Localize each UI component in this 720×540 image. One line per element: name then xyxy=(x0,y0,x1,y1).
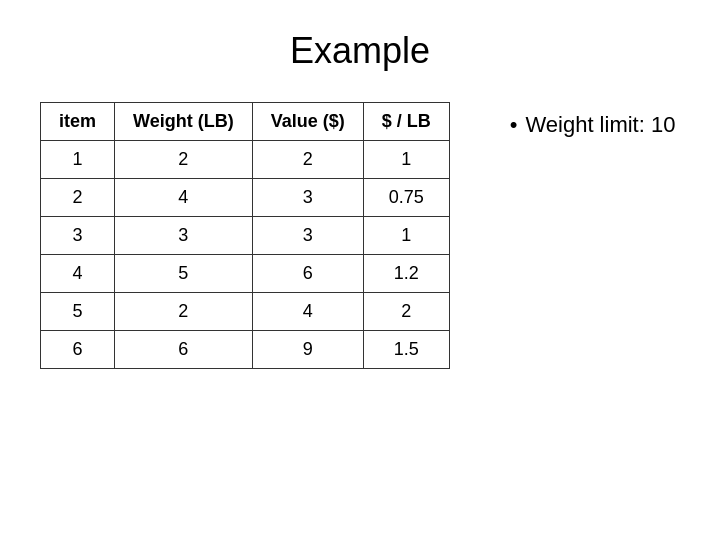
cell-r0-c3: 1 xyxy=(363,141,449,179)
cell-r0-c2: 2 xyxy=(252,141,363,179)
cell-r3-c1: 5 xyxy=(115,255,253,293)
cell-r0-c0: 1 xyxy=(41,141,115,179)
data-table: itemWeight (LB)Value ($)$ / LB 12212430.… xyxy=(40,102,450,369)
cell-r3-c0: 4 xyxy=(41,255,115,293)
col-header-0: item xyxy=(41,103,115,141)
cell-r2-c3: 1 xyxy=(363,217,449,255)
cell-r1-c3: 0.75 xyxy=(363,179,449,217)
col-header-1: Weight (LB) xyxy=(115,103,253,141)
cell-r2-c1: 3 xyxy=(115,217,253,255)
cell-r2-c2: 3 xyxy=(252,217,363,255)
cell-r1-c1: 4 xyxy=(115,179,253,217)
col-header-2: Value ($) xyxy=(252,103,363,141)
cell-r2-c0: 3 xyxy=(41,217,115,255)
table-row: 6691.5 xyxy=(41,331,450,369)
main-content: itemWeight (LB)Value ($)$ / LB 12212430.… xyxy=(0,102,720,369)
cell-r3-c2: 6 xyxy=(252,255,363,293)
table-row: 4561.2 xyxy=(41,255,450,293)
table-row: 3331 xyxy=(41,217,450,255)
cell-r4-c2: 4 xyxy=(252,293,363,331)
cell-r4-c1: 2 xyxy=(115,293,253,331)
cell-r4-c0: 5 xyxy=(41,293,115,331)
table-row: 5242 xyxy=(41,293,450,331)
cell-r5-c0: 6 xyxy=(41,331,115,369)
col-header-3: $ / LB xyxy=(363,103,449,141)
cell-r5-c3: 1.5 xyxy=(363,331,449,369)
bullet-dot: • xyxy=(510,112,518,138)
cell-r0-c1: 2 xyxy=(115,141,253,179)
page-title: Example xyxy=(290,30,430,72)
cell-r3-c3: 1.2 xyxy=(363,255,449,293)
side-info: • Weight limit: 10 xyxy=(510,102,676,138)
cell-r4-c3: 2 xyxy=(363,293,449,331)
table-row: 2430.75 xyxy=(41,179,450,217)
cell-r5-c1: 6 xyxy=(115,331,253,369)
cell-r5-c2: 9 xyxy=(252,331,363,369)
cell-r1-c2: 3 xyxy=(252,179,363,217)
table-row: 1221 xyxy=(41,141,450,179)
cell-r1-c0: 2 xyxy=(41,179,115,217)
weight-limit-text: Weight limit: 10 xyxy=(525,112,675,138)
weight-limit-bullet: • Weight limit: 10 xyxy=(510,112,676,138)
